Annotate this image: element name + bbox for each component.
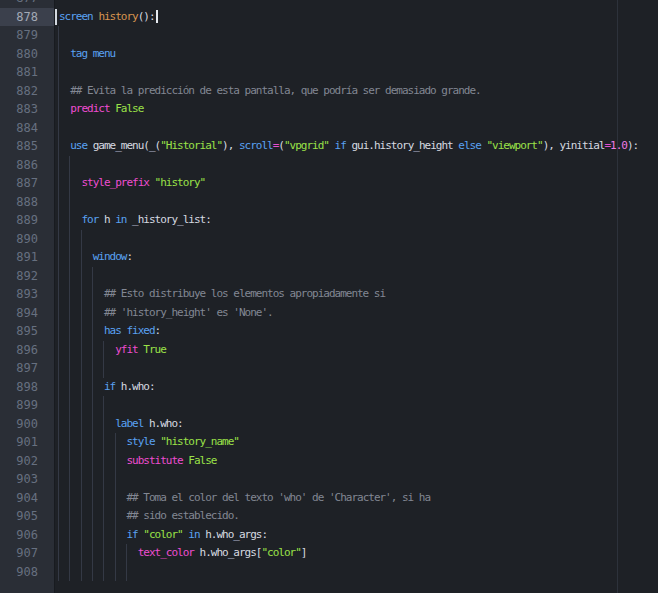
line-number[interactable]: 904	[0, 489, 54, 508]
code-line[interactable]: ## Esto distribuye los elementos apropia…	[55, 285, 658, 304]
indent-guide	[58, 100, 59, 119]
code-editor[interactable]: 8778788798808818828838848858868878888898…	[0, 0, 658, 593]
code-line[interactable]: if "color" in h.who_args:	[55, 526, 658, 545]
indent-guide	[69, 489, 70, 508]
line-number[interactable]: 882	[0, 82, 54, 101]
line-number[interactable]: 900	[0, 415, 54, 434]
indent-guide	[69, 322, 70, 341]
line-number[interactable]: 903	[0, 470, 54, 489]
line-number[interactable]: 898	[0, 378, 54, 397]
indent-guide	[69, 174, 70, 193]
line-number[interactable]: 897	[0, 359, 54, 378]
line-number[interactable]: 896	[0, 341, 54, 360]
indent-guide	[58, 193, 59, 212]
code-line[interactable]	[55, 267, 658, 286]
indent-guide	[58, 230, 59, 249]
code-line[interactable]: yfit True	[55, 341, 658, 360]
code-line[interactable]: ## 'history_height' es 'None'.	[55, 304, 658, 323]
line-number[interactable]: 881	[0, 63, 54, 82]
line-number[interactable]: 894	[0, 304, 54, 323]
code-line[interactable]	[55, 563, 658, 582]
code-line[interactable]: for h in _history_list:	[55, 211, 658, 230]
indent-guide	[92, 470, 93, 489]
line-number[interactable]: 891	[0, 248, 54, 267]
indent-guide	[103, 433, 104, 452]
code-area[interactable]: screen history(): tag menu ## Evita la p…	[55, 0, 658, 593]
indent-guide	[115, 563, 116, 582]
line-number[interactable]: 895	[0, 322, 54, 341]
indent-guide	[103, 489, 104, 508]
line-number[interactable]: 892	[0, 267, 54, 286]
code-line[interactable]: screen history():	[55, 8, 658, 27]
line-number[interactable]: 893	[0, 285, 54, 304]
indent-guide	[69, 211, 70, 230]
indent-guide	[69, 526, 70, 545]
line-number[interactable]: 883	[0, 100, 54, 119]
indent-guide	[69, 470, 70, 489]
code-line[interactable]	[55, 193, 658, 212]
line-number[interactable]: 907	[0, 544, 54, 563]
line-number[interactable]: 889	[0, 211, 54, 230]
indent-guide	[58, 396, 59, 415]
code-line[interactable]	[55, 26, 658, 45]
gutter-lines: 8778788798808818828838848858868878888898…	[0, 0, 54, 581]
line-number[interactable]: 878	[0, 8, 54, 27]
line-number[interactable]: 879	[0, 26, 54, 45]
code-line[interactable]	[55, 156, 658, 175]
indent-guide	[92, 267, 93, 286]
line-number[interactable]: 888	[0, 193, 54, 212]
code-line[interactable]	[55, 396, 658, 415]
line-number[interactable]: 899	[0, 396, 54, 415]
code-line[interactable]	[55, 470, 658, 489]
code-line[interactable]: if h.who:	[55, 378, 658, 397]
code-line[interactable]	[55, 119, 658, 138]
indent-guide	[58, 156, 59, 175]
indent-guide	[69, 544, 70, 563]
code-line[interactable]	[55, 230, 658, 249]
code-line[interactable]: text_color h.who_args["color"]	[55, 544, 658, 563]
code-line[interactable]	[55, 359, 658, 378]
indent-guide	[58, 248, 59, 267]
indent-guide	[81, 341, 82, 360]
line-number[interactable]: 908	[0, 563, 54, 582]
indent-guide	[58, 285, 59, 304]
indent-guide	[58, 507, 59, 526]
line-number[interactable]: 906	[0, 526, 54, 545]
code-line[interactable]: style_prefix "history"	[55, 174, 658, 193]
line-number[interactable]: 902	[0, 452, 54, 471]
line-number[interactable]: 880	[0, 45, 54, 64]
line-number[interactable]: 901	[0, 433, 54, 452]
indent-guide	[103, 470, 104, 489]
indent-guide	[103, 341, 104, 360]
code-lines: screen history(): tag menu ## Evita la p…	[55, 0, 658, 581]
code-line[interactable]: predict False	[55, 100, 658, 119]
code-line[interactable]: has fixed:	[55, 322, 658, 341]
code-line[interactable]	[55, 63, 658, 82]
indent-guide	[103, 507, 104, 526]
indent-guide	[115, 452, 116, 471]
code-line[interactable]: window:	[55, 248, 658, 267]
line-number[interactable]: 877	[0, 0, 54, 8]
indent-guide	[81, 526, 82, 545]
code-line[interactable]: ## sido establecido.	[55, 507, 658, 526]
indent-guide	[58, 26, 59, 45]
code-line[interactable]: ## Evita la predicción de esta pantalla,…	[55, 82, 658, 101]
indent-guide	[92, 378, 93, 397]
indent-guide	[58, 119, 59, 138]
indent-guide	[58, 544, 59, 563]
line-number[interactable]: 905	[0, 507, 54, 526]
code-line[interactable]: substitute False	[55, 452, 658, 471]
code-line[interactable]: tag menu	[55, 45, 658, 64]
line-number[interactable]: 885	[0, 137, 54, 156]
code-line[interactable]: style "history_name"	[55, 433, 658, 452]
line-number[interactable]: 890	[0, 230, 54, 249]
line-number[interactable]: 884	[0, 119, 54, 138]
line-number[interactable]: 886	[0, 156, 54, 175]
indent-guide	[58, 433, 59, 452]
line-number[interactable]: 887	[0, 174, 54, 193]
code-line[interactable]: label h.who:	[55, 415, 658, 434]
indent-guide	[69, 359, 70, 378]
code-line[interactable]: ## Toma el color del texto 'who' de 'Cha…	[55, 489, 658, 508]
code-line[interactable]: use game_menu(_("Historial"), scroll=("v…	[55, 137, 658, 156]
code-line[interactable]	[55, 0, 658, 8]
